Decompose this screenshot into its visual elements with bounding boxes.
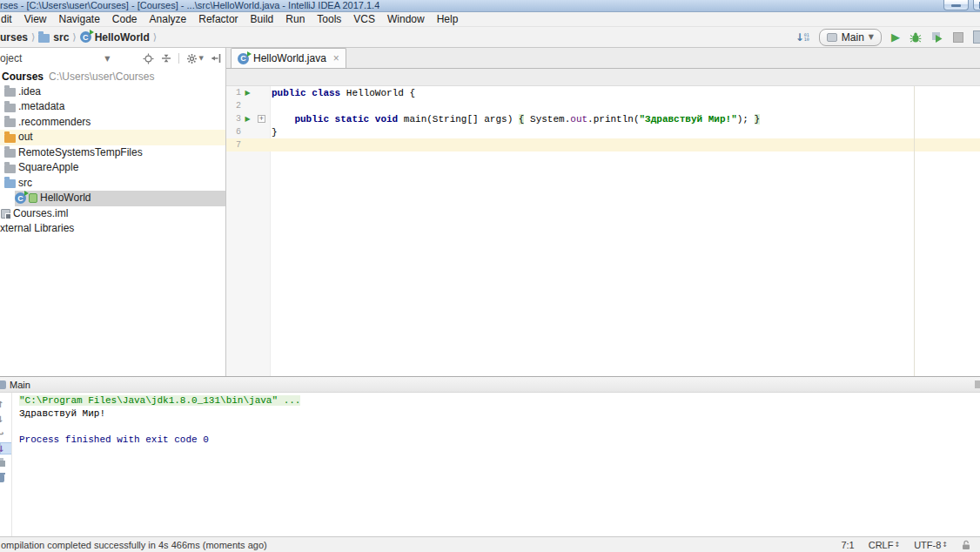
menu-item-run[interactable]: Run	[279, 12, 311, 26]
run-line-icon[interactable]: ▶	[241, 115, 254, 123]
tree-item-courses-root[interactable]: Courses C:\Users\user\Courses	[0, 69, 225, 84]
run-line-icon[interactable]: ▶	[241, 89, 254, 97]
editor-header-strip	[226, 69, 980, 86]
menu-item-build[interactable]: Build	[245, 12, 280, 26]
tree-item-label: xternal Libraries	[0, 221, 74, 236]
collapse-all-icon[interactable]	[161, 53, 171, 64]
title-bar[interactable]: rses - [C:\Users\user\Courses] - [Course…	[0, 0, 980, 12]
code-text[interactable]: }	[269, 127, 278, 138]
line-number[interactable]: 3	[226, 114, 241, 124]
settings-gear-icon[interactable]	[186, 53, 198, 64]
editor-tab-helloworld[interactable]: C HelloWorld.java ×	[231, 48, 346, 68]
console-line: Process finished with exit code 0	[19, 434, 980, 447]
line-number[interactable]: 1	[226, 88, 241, 98]
tree-item-label: Courses.iml	[13, 206, 68, 221]
tree-item-label: .metadata	[18, 99, 64, 114]
tree-item-src[interactable]: src	[0, 176, 225, 192]
run-marker-icon	[29, 193, 37, 203]
clipped-edge-icon[interactable]	[973, 30, 980, 44]
tree-item-helloworld[interactable]: CHelloWorld	[0, 191, 225, 206]
right-margin-line	[914, 86, 915, 376]
menu-item-vcs[interactable]: VCS	[347, 12, 381, 26]
menu-item-view[interactable]: View	[18, 12, 53, 26]
soft-wrap-icon[interactable]: ↩	[0, 427, 11, 440]
tree-item-out[interactable]: out	[0, 130, 225, 145]
menu-item-refactor[interactable]: Refactor	[192, 12, 244, 26]
menu-item-analyze[interactable]: Analyze	[144, 12, 193, 26]
scroll-to-end-icon[interactable]: ↓	[0, 442, 12, 454]
close-tab-icon[interactable]: ×	[333, 52, 339, 64]
menu-item-dit[interactable]: dit	[0, 12, 18, 26]
tree-item--recommenders[interactable]: .recommenders	[0, 115, 225, 131]
coverage-button[interactable]	[931, 31, 943, 44]
menu-item-navigate[interactable]: Navigate	[52, 12, 105, 26]
menu-item-tools[interactable]: Tools	[311, 12, 347, 26]
minimize-button[interactable]	[943, 0, 969, 10]
project-panel-title[interactable]: oject	[0, 52, 22, 64]
code-text[interactable]: public static void main(String[] args) {…	[269, 114, 760, 125]
menu-item-code[interactable]: Code	[106, 12, 144, 26]
code-text[interactable]: public class HelloWorld {	[269, 88, 415, 98]
breadcrumb-item-urses[interactable]: urses	[0, 31, 28, 44]
encoding-widget[interactable]: UTF-8↕	[914, 540, 948, 550]
folder-icon	[38, 34, 50, 43]
fold-toggle-icon[interactable]: +	[254, 115, 269, 123]
tree-item--metadata[interactable]: .metadata	[0, 99, 225, 115]
unlocked-padlock-icon[interactable]	[962, 540, 971, 550]
tree-item-label: .recommenders	[18, 115, 91, 130]
maximize-button[interactable]	[973, 0, 980, 10]
digits-icon: 0110	[804, 33, 809, 42]
up-arrow-icon[interactable]: ↑	[0, 398, 11, 410]
tree-item-squareapple[interactable]: SquareApple	[0, 160, 225, 176]
hide-panel-icon[interactable]	[211, 53, 221, 64]
tree-item-label: src	[18, 176, 32, 191]
tree-item--idea[interactable]: .idea	[0, 84, 225, 100]
module-file-icon	[1, 209, 10, 219]
tree-item-courses-iml[interactable]: Courses.iml	[0, 206, 225, 222]
down-arrow-icon[interactable]: ↓	[0, 413, 11, 425]
tree-item-label: out	[18, 130, 33, 145]
debug-button[interactable]	[910, 31, 922, 44]
console-output[interactable]: "C:\Program Files\Java\jdk1.8.0_131\bin\…	[12, 393, 980, 536]
folder-icon	[4, 118, 16, 127]
menu-item-window[interactable]: Window	[381, 12, 431, 26]
down-arrow-icon: ↓	[795, 31, 804, 44]
line-separator-widget[interactable]: CRLF↕	[869, 540, 900, 550]
chevron-down-icon[interactable]: ▼	[199, 55, 204, 62]
menu-bar: ditViewNavigateCodeAnalyzeRefactorBuildR…	[0, 12, 980, 27]
updown-arrows-icon: ↕	[942, 541, 948, 549]
clear-console-icon[interactable]	[0, 472, 11, 484]
breadcrumb-label: urses	[0, 31, 28, 44]
status-bar: ompilation completed successfully in 4s …	[0, 536, 980, 552]
menu-item-help[interactable]: Help	[431, 12, 465, 26]
chevron-down-icon[interactable]: ▼	[104, 55, 110, 63]
breadcrumb-item-src[interactable]: src	[38, 31, 69, 44]
updown-arrows-icon: ↕	[894, 541, 900, 549]
run-tab-label[interactable]: Main	[10, 380, 30, 390]
folder-icon	[4, 149, 16, 158]
tree-item-remotesystemstempfiles[interactable]: RemoteSystemsTempFiles	[0, 145, 225, 161]
line-number[interactable]: 2	[226, 101, 241, 111]
console-toolbar: ↑ ↓ ↩ ↓	[0, 393, 12, 536]
clipped-header-icon[interactable]	[975, 380, 980, 388]
run-button[interactable]: ▶	[891, 31, 900, 43]
code-line-1: 1▶public class HelloWorld {	[226, 86, 980, 99]
stop-button[interactable]	[953, 32, 963, 43]
tree-item-xternal-libraries[interactable]: xternal Libraries	[0, 221, 225, 237]
breadcrumb-item-helloworld[interactable]: CHelloWorld	[80, 31, 150, 44]
code-line-7: 7	[226, 138, 980, 151]
run-tab-icon	[0, 380, 6, 389]
locate-icon[interactable]	[143, 53, 154, 64]
line-number[interactable]: 6	[226, 127, 241, 137]
run-configuration-selector[interactable]: Main ▼	[819, 29, 882, 46]
breadcrumb-separator-icon: ⟩	[150, 31, 160, 43]
print-icon[interactable]	[0, 457, 11, 469]
folder-src-icon	[4, 179, 16, 188]
sort-numeric-icon[interactable]: ↓ 0110	[795, 31, 809, 44]
caret-position-widget[interactable]: 7:1	[841, 540, 854, 550]
project-panel-header: oject ▼	[0, 48, 225, 69]
tree-item-label: HelloWorld	[40, 191, 91, 205]
line-number[interactable]: 7	[226, 140, 241, 150]
code-editor[interactable]: 1▶public class HelloWorld {23▶+ public s…	[226, 86, 980, 376]
class-icon: C	[80, 31, 91, 43]
